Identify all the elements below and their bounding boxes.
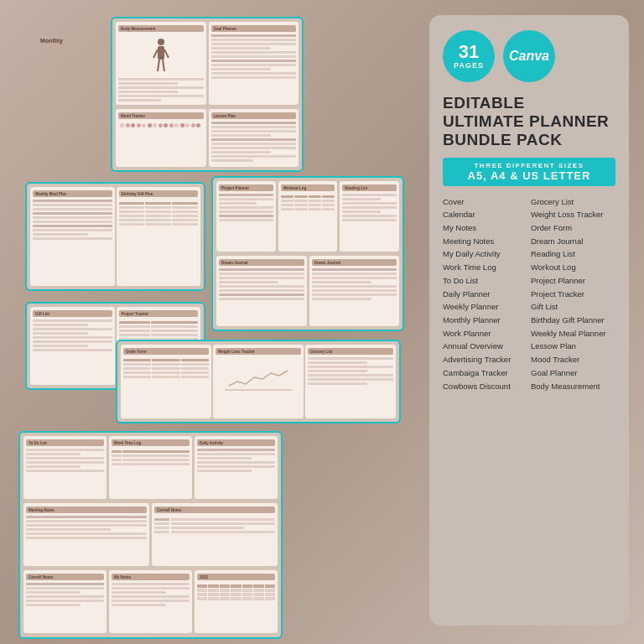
list-item: Lessow Plan <box>531 340 615 353</box>
preview-group-5: Order Form <box>116 340 401 423</box>
list-item: My Notes <box>443 222 527 235</box>
list-item: Project Tracker <box>531 288 615 301</box>
svg-line-3 <box>164 49 169 58</box>
panel-badges: 31 PAGES Canva <box>443 30 615 82</box>
list-item: Work Planner <box>443 328 527 340</box>
pages-label: PAGES <box>454 61 484 70</box>
list-item: Grocery List <box>531 196 615 209</box>
preview-grocery-list: Grocery List <box>305 345 396 418</box>
preview-mood-tracker: Mood Tracker <box>116 109 206 167</box>
canva-text: Canva <box>509 49 549 64</box>
list-item: Calendar <box>443 209 527 221</box>
list-item: My Daily Activity <box>443 248 527 261</box>
preview-project-planner: Project Planner <box>216 181 276 252</box>
badge-pages: 31 PAGES <box>443 30 495 82</box>
sizes-bottom: A5, A4 & US LETTER <box>451 169 607 182</box>
list-item: Order Form <box>531 222 615 235</box>
list-item: Cambaiga Tracker <box>443 367 527 380</box>
list-item: Cover <box>443 196 527 209</box>
list-item: Daily Planner <box>443 288 527 301</box>
preview-work-time-log: Work Time Log <box>109 436 192 499</box>
list-item: Reading List <box>531 248 615 261</box>
preview-workout-log: Workout Log <box>278 181 338 252</box>
list-item: Cowbows Discount <box>443 381 527 393</box>
list-item: Weekly Meal Planner <box>531 328 615 340</box>
svg-line-2 <box>153 49 158 58</box>
list-item: Workout Log <box>531 262 615 274</box>
list-item: Advertising Tracker <box>443 354 527 366</box>
pages-number: 31 <box>459 43 479 61</box>
preview-cornell-notes-2: Cornell Notes <box>23 570 106 633</box>
preview-my-notes: My Notes <box>109 570 192 633</box>
right-panel: 31 PAGES Canva EDITABLEULTIMATE PLANNERB… <box>429 15 629 626</box>
preview-order-form: Order Form <box>121 345 211 418</box>
preview-cornell-notes: Cornell Notes <box>152 503 278 566</box>
preview-todo-list: To Do List <box>23 436 106 499</box>
svg-rect-1 <box>158 46 164 60</box>
list-item: Weight Loss Tracker <box>531 209 615 221</box>
preview-dream-journal-2: Dream Journal <box>309 256 400 326</box>
preview-gift-list: Gift List <box>30 307 115 385</box>
list-item: Gift List <box>531 301 615 314</box>
preview-group-4: Project Planner Workout Log <box>211 176 404 331</box>
preview-birthday-gift: Birthday Gift Plan <box>117 187 201 286</box>
list-item: Birthday Gift Planner <box>531 314 615 327</box>
list-item: Meeting Notes <box>443 236 527 248</box>
list-item: To Do List <box>443 275 527 288</box>
svg-line-5 <box>163 60 164 71</box>
list-item: Project Planner <box>531 275 615 288</box>
preview-weekly-meal: Weekly Meal Plan <box>30 187 115 286</box>
svg-point-0 <box>158 39 164 45</box>
list-item: Work Time Log <box>443 262 527 274</box>
monthly-label: Monthly <box>40 38 63 44</box>
preview-body-measurement: Body Measurement <box>116 22 206 105</box>
list-item: Goal Planner <box>531 367 615 380</box>
svg-line-4 <box>158 60 159 71</box>
feature-list: Cover Grocery List Calendar Weight Loss … <box>443 196 615 393</box>
preview-calendar: 2022 <box>195 570 278 633</box>
panel-title: EDITABLEULTIMATE PLANNERBUNDLE PACK <box>443 94 615 149</box>
preview-meeting-notes: Meeting Notes <box>23 503 149 566</box>
list-item: Body Measurement <box>531 381 615 393</box>
list-item: Weekly Planner <box>443 301 527 314</box>
preview-group-2: Weekly Meal Plan Birthday Gift Plan <box>25 182 205 291</box>
list-item: Monthly Planner <box>443 314 527 327</box>
list-item: Annual Overview <box>443 340 527 353</box>
preview-reading-list: Reading List <box>340 181 399 252</box>
list-item: Dream Journal <box>531 236 615 248</box>
weight-chart-icon <box>216 361 301 394</box>
preview-group-6: To Do List Work Time Log <box>18 431 283 639</box>
badge-canva: Canva <box>503 30 555 82</box>
preview-dream-journal-1: Dream Journal <box>216 256 307 326</box>
sizes-bar: THREE DIFFERENT SIZES A5, A4 & US LETTER <box>443 158 615 186</box>
preview-lesson-plan: Lesson Plan <box>209 109 299 167</box>
preview-group-1: Body Measurement <box>111 17 304 172</box>
preview-weight-loss: Weight Loss Tracker <box>213 345 304 418</box>
preview-goal-planner: Goal Planner <box>209 22 299 105</box>
sizes-top: THREE DIFFERENT SIZES <box>451 162 607 169</box>
previews-area: Body Measurement <box>10 10 408 634</box>
list-item: Mood Tracker <box>531 354 615 366</box>
body-figure-icon <box>152 38 170 75</box>
preview-daily-activity: Daily Activity <box>195 436 278 499</box>
